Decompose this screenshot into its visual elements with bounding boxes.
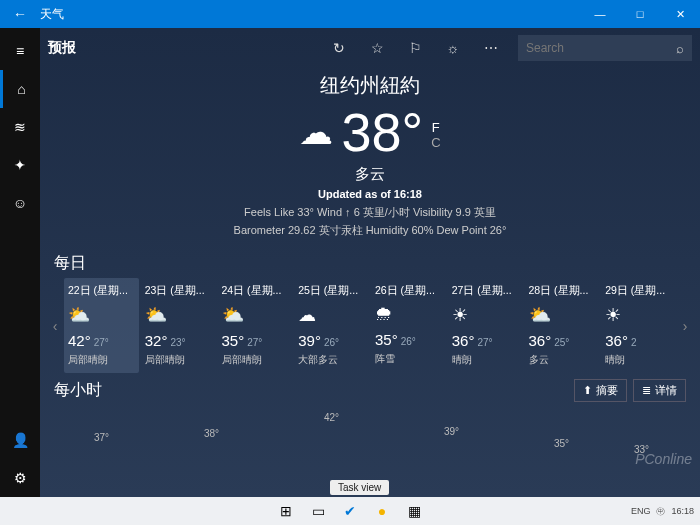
day-icon: ☀: [605, 304, 672, 326]
day-condition: 局部晴朗: [222, 353, 289, 367]
day-high: 35°: [375, 331, 398, 348]
day-low: 2: [631, 337, 637, 348]
minimize-button[interactable]: —: [580, 8, 620, 20]
current-weather: 纽约州紐約 ☁ 38° F C 多云 Updated as of 16:18 F…: [40, 68, 700, 247]
day-condition: 阵雪: [375, 352, 442, 366]
tray-time: 16:18: [671, 506, 694, 516]
day-card[interactable]: 25日 (星期... ☁ 39°26° 大部多云: [294, 278, 369, 373]
day-low: 27°: [94, 337, 109, 348]
hourly-temp-label: 35°: [554, 438, 569, 449]
day-card[interactable]: 27日 (星期... ☀ 36°27° 晴朗: [448, 278, 523, 373]
day-condition: 局部晴朗: [68, 353, 135, 367]
favorite-icon[interactable]: ☆: [358, 40, 396, 56]
chart-icon: ⬆: [583, 384, 592, 397]
day-icon: ⛅: [145, 304, 212, 326]
day-icon: ☁: [298, 304, 365, 326]
day-date: 27日 (星期...: [452, 284, 519, 298]
maximize-button[interactable]: □: [620, 8, 660, 20]
day-high: 36°: [529, 332, 552, 349]
day-high: 36°: [452, 332, 475, 349]
day-icon: ⛅: [529, 304, 596, 326]
hourly-temp-label: 37°: [94, 432, 109, 443]
summary-button[interactable]: ⬆摘要: [574, 379, 627, 402]
search-icon[interactable]: ⌕: [676, 41, 684, 56]
hourly-temp-label: 42°: [324, 412, 339, 423]
home-icon[interactable]: ⌂: [0, 70, 40, 108]
close-button[interactable]: ✕: [660, 8, 700, 21]
tray-ime[interactable]: ㊥: [656, 505, 665, 518]
main-content: 预报 ↻ ☆ ⚐ ☼ ⋯ ⌕ 纽约州紐約 ☁ 38° F C 多云 U: [40, 28, 700, 497]
hourly-temp-label: 38°: [204, 428, 219, 439]
updated-time: Updated as of 16:18: [40, 188, 700, 200]
day-high: 42°: [68, 332, 91, 349]
stats-line-1: Feels Like 33° Wind ↑ 6 英里/小时 Visibility…: [40, 204, 700, 222]
day-date: 25日 (星期...: [298, 284, 365, 298]
day-date: 29日 (星期...: [605, 284, 672, 298]
app-title: 天气: [40, 6, 64, 23]
maps-icon[interactable]: ≋: [0, 108, 40, 146]
day-card[interactable]: 28日 (星期... ⛅ 36°25° 多云: [525, 278, 600, 373]
day-condition: 局部晴朗: [145, 353, 212, 367]
hamburger-icon[interactable]: ≡: [0, 32, 40, 70]
taskbar-app-2[interactable]: ●: [369, 500, 395, 522]
taskbar-app-3[interactable]: ▦: [401, 500, 427, 522]
taskbar-app-1[interactable]: ✔: [337, 500, 363, 522]
day-low: 27°: [477, 337, 492, 348]
taskbar-taskview[interactable]: ▭: [305, 500, 331, 522]
day-low: 26°: [324, 337, 339, 348]
current-temp: 38°: [341, 101, 423, 163]
day-date: 23日 (星期...: [145, 284, 212, 298]
day-date: 26日 (星期...: [375, 284, 442, 298]
feedback-icon[interactable]: ☺: [0, 184, 40, 222]
location-name: 纽约州紐約: [40, 72, 700, 99]
daily-forecast: ‹ 22日 (星期... ⛅ 42°27° 局部晴朗23日 (星期... ⛅ 3…: [40, 278, 700, 373]
day-date: 28日 (星期...: [529, 284, 596, 298]
history-icon[interactable]: ✦: [0, 146, 40, 184]
day-date: 24日 (星期...: [222, 284, 289, 298]
breadcrumb: 预报: [48, 39, 76, 57]
condition-icon: ☁: [299, 112, 333, 152]
day-condition: 晴朗: [605, 353, 672, 367]
day-condition: 多云: [529, 353, 596, 367]
unit-f[interactable]: F: [431, 120, 440, 135]
titlebar: ← 天气 — □ ✕: [0, 0, 700, 28]
taskbar: ⊞ ▭ ✔ ● ▦ ENG ㊥ 16:18: [0, 497, 700, 525]
theme-icon[interactable]: ☼: [434, 40, 472, 56]
toolbar: 预报 ↻ ☆ ⚐ ☼ ⋯ ⌕: [40, 28, 700, 68]
settings-icon[interactable]: ⚙: [0, 459, 40, 497]
condition-text: 多云: [40, 165, 700, 184]
day-condition: 晴朗: [452, 353, 519, 367]
refresh-icon[interactable]: ↻: [320, 40, 358, 56]
search-input[interactable]: [526, 41, 676, 55]
day-date: 22日 (星期...: [68, 284, 135, 298]
detail-button[interactable]: ≣详情: [633, 379, 686, 402]
tray-lang[interactable]: ENG: [631, 506, 651, 516]
more-icon[interactable]: ⋯: [472, 40, 510, 56]
day-card[interactable]: 26日 (星期... 🌨 35°26° 阵雪: [371, 278, 446, 373]
pin-icon[interactable]: ⚐: [396, 40, 434, 56]
day-card[interactable]: 29日 (星期... ☀ 36°2 晴朗: [601, 278, 676, 373]
day-condition: 大部多云: [298, 353, 365, 367]
tooltip: Task view: [330, 480, 389, 495]
day-icon: 🌨: [375, 304, 442, 325]
day-card[interactable]: 22日 (星期... ⛅ 42°27° 局部晴朗: [64, 278, 139, 373]
hourly-temp-label: 33°: [634, 444, 649, 455]
day-low: 26°: [401, 336, 416, 347]
sidebar: ≡ ⌂ ≋ ✦ ☺ 👤 ⚙: [0, 28, 40, 497]
day-card[interactable]: 23日 (星期... ⛅ 32°23° 局部晴朗: [141, 278, 216, 373]
account-icon[interactable]: 👤: [0, 421, 40, 459]
list-icon: ≣: [642, 384, 651, 397]
taskbar-start[interactable]: ⊞: [273, 500, 299, 522]
daily-next[interactable]: ›: [676, 318, 694, 334]
unit-c[interactable]: C: [431, 135, 440, 150]
day-high: 35°: [222, 332, 245, 349]
hourly-temp-label: 39°: [444, 426, 459, 437]
search-box[interactable]: ⌕: [518, 35, 692, 61]
day-low: 25°: [554, 337, 569, 348]
day-icon: ☀: [452, 304, 519, 326]
day-icon: ⛅: [222, 304, 289, 326]
back-button[interactable]: ←: [0, 6, 40, 22]
day-high: 39°: [298, 332, 321, 349]
day-card[interactable]: 24日 (星期... ⛅ 35°27° 局部晴朗: [218, 278, 293, 373]
daily-prev[interactable]: ‹: [46, 318, 64, 334]
